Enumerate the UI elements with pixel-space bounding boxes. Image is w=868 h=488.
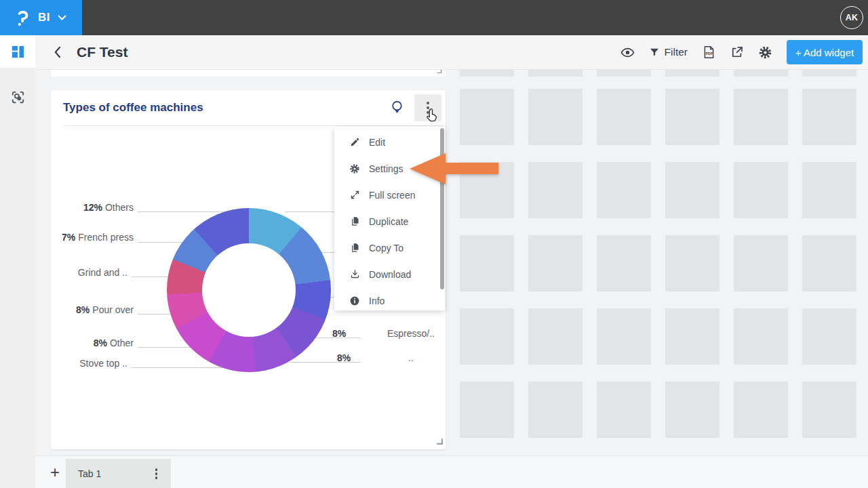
placeholder-box <box>597 162 651 218</box>
add-tab-button[interactable]: + <box>45 462 65 483</box>
copy-icon <box>349 243 360 253</box>
brand-logo-icon <box>16 9 31 27</box>
dashboard-settings-gear-button[interactable] <box>758 45 772 60</box>
menu-item-edit[interactable]: Edit <box>334 129 445 155</box>
placeholder-box <box>802 382 856 438</box>
placeholder-box <box>597 89 651 145</box>
header-actions: Filter PDF + Add widget <box>620 40 863 64</box>
placeholder-box <box>802 70 856 77</box>
kebab-dot <box>155 476 158 479</box>
menu-scrollbar[interactable] <box>440 128 444 289</box>
placeholder-box <box>528 308 583 365</box>
placeholder-box <box>597 308 651 365</box>
dashboard-icon <box>10 44 26 60</box>
pie-label-other: 8%Other <box>94 338 134 348</box>
back-button[interactable] <box>54 46 61 58</box>
placeholder-box <box>802 162 856 218</box>
resize-handle-icon[interactable] <box>435 70 442 76</box>
page-title: CF Test <box>77 44 127 60</box>
resize-handle-icon[interactable] <box>435 435 443 447</box>
download-icon <box>349 269 360 279</box>
duplicate-icon <box>349 216 360 226</box>
sidebar-item-dashboards[interactable] <box>0 35 35 68</box>
top-bar: BI AK <box>0 0 868 35</box>
placeholder-box <box>528 70 583 77</box>
leader-line <box>132 277 171 277</box>
leader-line <box>138 314 172 314</box>
placeholder-box <box>528 162 583 218</box>
placeholder-box <box>734 89 788 145</box>
placeholder-box <box>528 235 583 291</box>
placeholder-box <box>734 162 788 218</box>
tab-item[interactable]: Tab 1 <box>66 459 171 488</box>
placeholder-box <box>528 382 583 438</box>
menu-item-download[interactable]: Download <box>334 261 445 287</box>
placeholder-box <box>597 70 651 77</box>
placeholder-box <box>665 382 719 438</box>
placeholder-box <box>460 382 514 438</box>
pie-label-french-press: 7%French press <box>62 232 134 243</box>
pie-label-others: 12%Others <box>83 202 134 213</box>
gear-icon <box>349 163 360 174</box>
kebab-dot <box>155 472 158 475</box>
placeholder-box <box>734 235 788 291</box>
hand-cursor-icon <box>424 108 440 128</box>
pie-pct-espresso: 8% <box>332 328 349 339</box>
share-button[interactable] <box>730 45 744 59</box>
menu-item-info[interactable]: Info <box>334 287 445 314</box>
tab-menu-kebab-button[interactable] <box>149 464 165 483</box>
placeholder-box <box>734 382 788 438</box>
funnel-icon <box>649 47 660 58</box>
chevron-down-icon <box>58 15 66 20</box>
menu-item-copy-to[interactable]: Copy To <box>334 235 445 261</box>
svg-text:PDF: PDF <box>706 52 714 56</box>
placeholder-box <box>597 235 651 291</box>
placeholder-grid <box>460 70 857 449</box>
placeholder-box <box>460 89 514 145</box>
sidebar-item-explore[interactable] <box>0 81 35 113</box>
info-icon <box>349 296 360 306</box>
placeholder-box <box>734 70 788 77</box>
placeholder-box <box>734 308 788 365</box>
pie-label-dotdot: .. <box>408 352 414 363</box>
kebab-dot <box>155 468 158 471</box>
widget-above-sliver <box>51 70 446 77</box>
placeholder-box <box>460 235 514 291</box>
pie-label-pour-over: 8%Pour over <box>76 304 134 315</box>
pie-pct-dotdot: 8% <box>337 352 353 363</box>
pie-label-stove-top: Stove top .. <box>79 358 127 369</box>
preview-eye-button[interactable] <box>620 45 635 60</box>
page-header: CF Test Filter PDF <box>35 35 868 70</box>
placeholder-box <box>528 89 583 145</box>
expand-icon <box>349 190 360 200</box>
donut-hole <box>202 243 296 337</box>
placeholder-box <box>665 308 719 365</box>
dashboard-canvas: Types of coffee machines <box>35 70 868 455</box>
avatar[interactable]: AK <box>840 6 863 29</box>
placeholder-box <box>460 70 514 77</box>
filter-button[interactable]: Filter <box>649 46 688 58</box>
menu-item-duplicate[interactable]: Duplicate <box>334 208 445 235</box>
pie-label-espresso: Espresso/.. <box>387 328 435 339</box>
placeholder-box <box>597 382 651 438</box>
donut-ring[interactable] <box>167 208 331 372</box>
menu-item-full-screen[interactable]: Full screen <box>334 182 445 208</box>
placeholder-box <box>665 89 719 145</box>
product-label: BI <box>38 11 50 24</box>
placeholder-box <box>802 89 856 145</box>
placeholder-box <box>460 308 514 365</box>
scan-focus-icon <box>10 89 26 105</box>
annotation-arrow-head <box>410 153 446 184</box>
leader-line <box>285 211 340 212</box>
pie-label-grind-and: Grind and .. <box>78 267 127 278</box>
logo-product-switcher[interactable]: BI <box>0 0 82 35</box>
annotation-arrow-tail <box>444 163 498 174</box>
placeholder-box <box>665 235 719 291</box>
placeholder-box <box>802 308 856 365</box>
tab-label: Tab 1 <box>78 468 149 479</box>
placeholder-box <box>802 235 856 291</box>
pencil-icon <box>349 137 360 147</box>
export-pdf-button[interactable]: PDF <box>702 45 716 60</box>
placeholder-box <box>665 70 719 77</box>
add-widget-button[interactable]: + Add widget <box>787 40 863 64</box>
